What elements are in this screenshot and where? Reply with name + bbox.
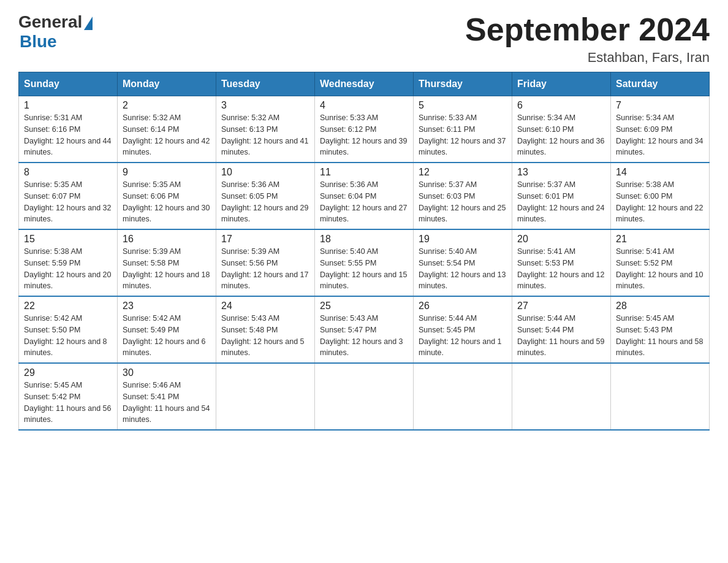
table-row: 16 Sunrise: 5:39 AM Sunset: 5:58 PM Dayl… [118,229,216,296]
day-info: Sunrise: 5:46 AM Sunset: 5:41 PM Dayligh… [123,380,211,426]
header-friday: Friday [512,72,611,96]
day-info: Sunrise: 5:32 AM Sunset: 6:14 PM Dayligh… [123,112,211,158]
day-number: 8 [24,167,112,178]
calendar-week-row: 22 Sunrise: 5:42 AM Sunset: 5:50 PM Dayl… [19,296,710,363]
day-info: Sunrise: 5:35 AM Sunset: 6:06 PM Dayligh… [123,179,211,225]
header-monday: Monday [118,72,216,96]
table-row: 19 Sunrise: 5:40 AM Sunset: 5:54 PM Dayl… [414,229,512,296]
day-info: Sunrise: 5:40 AM Sunset: 5:54 PM Dayligh… [419,246,507,292]
table-row: 12 Sunrise: 5:37 AM Sunset: 6:03 PM Dayl… [414,163,512,229]
day-info: Sunrise: 5:38 AM Sunset: 5:59 PM Dayligh… [24,246,112,292]
day-info: Sunrise: 5:41 AM Sunset: 5:52 PM Dayligh… [616,246,704,292]
day-number: 17 [221,234,309,245]
day-number: 4 [320,100,408,111]
day-number: 26 [419,301,507,312]
table-row: 13 Sunrise: 5:37 AM Sunset: 6:01 PM Dayl… [512,163,611,229]
calendar-table: Sunday Monday Tuesday Wednesday Thursday… [18,72,710,431]
day-number: 16 [123,234,211,245]
day-info: Sunrise: 5:31 AM Sunset: 6:16 PM Dayligh… [24,112,112,158]
day-info: Sunrise: 5:43 AM Sunset: 5:47 PM Dayligh… [320,313,408,359]
day-info: Sunrise: 5:44 AM Sunset: 5:45 PM Dayligh… [419,313,507,359]
day-number: 18 [320,234,408,245]
table-row: 22 Sunrise: 5:42 AM Sunset: 5:50 PM Dayl… [19,296,118,363]
logo-general-text: General [18,12,82,32]
table-row: 17 Sunrise: 5:39 AM Sunset: 5:56 PM Dayl… [216,229,315,296]
table-row: 15 Sunrise: 5:38 AM Sunset: 5:59 PM Dayl… [19,229,118,296]
day-info: Sunrise: 5:41 AM Sunset: 5:53 PM Dayligh… [517,246,605,292]
table-row [414,363,512,430]
table-row: 4 Sunrise: 5:33 AM Sunset: 6:12 PM Dayli… [315,96,414,163]
day-number: 9 [123,167,211,178]
day-info: Sunrise: 5:45 AM Sunset: 5:42 PM Dayligh… [24,380,112,426]
day-number: 2 [123,100,211,111]
day-info: Sunrise: 5:33 AM Sunset: 6:11 PM Dayligh… [419,112,507,158]
day-info: Sunrise: 5:37 AM Sunset: 6:01 PM Dayligh… [517,179,605,225]
day-number: 11 [320,167,408,178]
day-number: 5 [419,100,507,111]
header: General Blue September 2024 Estahban, Fa… [18,12,710,66]
day-number: 27 [517,301,605,312]
table-row: 9 Sunrise: 5:35 AM Sunset: 6:06 PM Dayli… [118,163,216,229]
day-info: Sunrise: 5:42 AM Sunset: 5:50 PM Dayligh… [24,313,112,359]
day-info: Sunrise: 5:34 AM Sunset: 6:10 PM Dayligh… [517,112,605,158]
day-info: Sunrise: 5:33 AM Sunset: 6:12 PM Dayligh… [320,112,408,158]
day-info: Sunrise: 5:38 AM Sunset: 6:00 PM Dayligh… [616,179,704,225]
table-row [315,363,414,430]
table-row: 28 Sunrise: 5:45 AM Sunset: 5:43 PM Dayl… [611,296,710,363]
header-tuesday: Tuesday [216,72,315,96]
table-row: 30 Sunrise: 5:46 AM Sunset: 5:41 PM Dayl… [118,363,216,430]
day-number: 19 [419,234,507,245]
table-row [216,363,315,430]
table-row: 10 Sunrise: 5:36 AM Sunset: 6:05 PM Dayl… [216,163,315,229]
day-number: 7 [616,100,704,111]
table-row: 6 Sunrise: 5:34 AM Sunset: 6:10 PM Dayli… [512,96,611,163]
header-wednesday: Wednesday [315,72,414,96]
day-number: 25 [320,301,408,312]
table-row [611,363,710,430]
logo-triangle-icon [84,17,93,30]
day-number: 1 [24,100,112,111]
day-number: 30 [123,367,211,378]
table-row: 29 Sunrise: 5:45 AM Sunset: 5:42 PM Dayl… [19,363,118,430]
day-number: 24 [221,301,309,312]
day-number: 29 [24,367,112,378]
table-row: 18 Sunrise: 5:40 AM Sunset: 5:55 PM Dayl… [315,229,414,296]
day-info: Sunrise: 5:39 AM Sunset: 5:58 PM Dayligh… [123,246,211,292]
calendar-title: September 2024 [465,12,710,47]
day-number: 12 [419,167,507,178]
calendar-week-row: 1 Sunrise: 5:31 AM Sunset: 6:16 PM Dayli… [19,96,710,163]
table-row: 11 Sunrise: 5:36 AM Sunset: 6:04 PM Dayl… [315,163,414,229]
day-info: Sunrise: 5:42 AM Sunset: 5:49 PM Dayligh… [123,313,211,359]
day-number: 15 [24,234,112,245]
table-row: 20 Sunrise: 5:41 AM Sunset: 5:53 PM Dayl… [512,229,611,296]
calendar-week-row: 29 Sunrise: 5:45 AM Sunset: 5:42 PM Dayl… [19,363,710,430]
table-row: 3 Sunrise: 5:32 AM Sunset: 6:13 PM Dayli… [216,96,315,163]
header-saturday: Saturday [611,72,710,96]
table-row: 1 Sunrise: 5:31 AM Sunset: 6:16 PM Dayli… [19,96,118,163]
day-number: 23 [123,301,211,312]
logo: General Blue [18,12,93,52]
day-number: 20 [517,234,605,245]
header-sunday: Sunday [19,72,118,96]
header-thursday: Thursday [414,72,512,96]
day-number: 6 [517,100,605,111]
table-row [512,363,611,430]
logo-blue-text: Blue [20,32,57,52]
day-info: Sunrise: 5:36 AM Sunset: 6:05 PM Dayligh… [221,179,309,225]
day-info: Sunrise: 5:44 AM Sunset: 5:44 PM Dayligh… [517,313,605,359]
title-area: September 2024 Estahban, Fars, Iran [465,12,710,66]
table-row: 25 Sunrise: 5:43 AM Sunset: 5:47 PM Dayl… [315,296,414,363]
table-row: 26 Sunrise: 5:44 AM Sunset: 5:45 PM Dayl… [414,296,512,363]
day-number: 21 [616,234,704,245]
table-row: 21 Sunrise: 5:41 AM Sunset: 5:52 PM Dayl… [611,229,710,296]
day-info: Sunrise: 5:39 AM Sunset: 5:56 PM Dayligh… [221,246,309,292]
day-info: Sunrise: 5:32 AM Sunset: 6:13 PM Dayligh… [221,112,309,158]
table-row: 7 Sunrise: 5:34 AM Sunset: 6:09 PM Dayli… [611,96,710,163]
day-info: Sunrise: 5:37 AM Sunset: 6:03 PM Dayligh… [419,179,507,225]
day-number: 28 [616,301,704,312]
calendar-header-row: Sunday Monday Tuesday Wednesday Thursday… [19,72,710,96]
day-info: Sunrise: 5:45 AM Sunset: 5:43 PM Dayligh… [616,313,704,359]
table-row: 2 Sunrise: 5:32 AM Sunset: 6:14 PM Dayli… [118,96,216,163]
day-number: 14 [616,167,704,178]
day-number: 22 [24,301,112,312]
